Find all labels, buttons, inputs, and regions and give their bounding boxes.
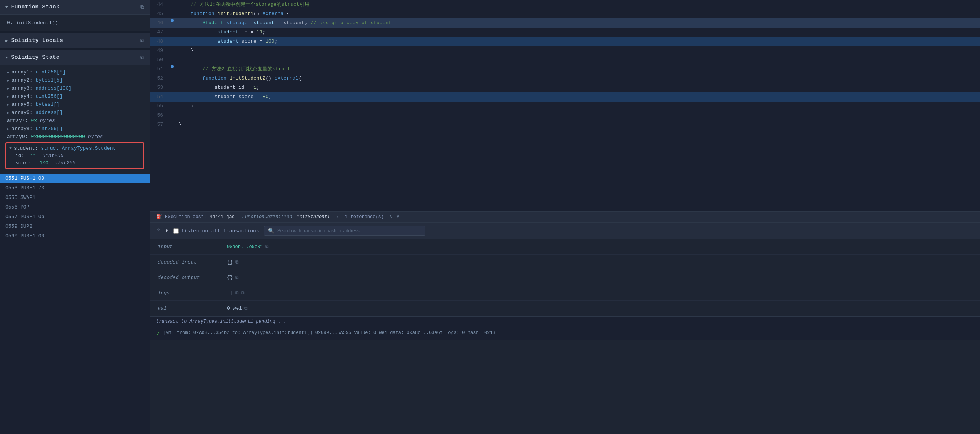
state-array5[interactable]: ▶ array5: bytes1[] [5,100,144,108]
tx-key-decoded-output: decoded output [158,275,227,280]
code-48: _student.score = 100; [175,37,980,46]
opcodes-list: 0551 PUSH1 00 0553 PUSH1 73 0555 SWAP1 0… [0,174,150,434]
solidity-state-header[interactable]: ▼ Solidity State ⧉ [0,50,150,65]
pending-text: transact to ArrayTypes.initStudent1 pend… [156,319,286,324]
listen-checkbox-container[interactable]: listen on all transactions [173,228,259,234]
function-stack-copy-icon[interactable]: ⧉ [140,4,144,10]
opcode-3[interactable]: 0556 POP [0,202,150,212]
state-array2[interactable]: ▶ array2: bytes1[5] [5,76,144,84]
check-icon: ✓ [156,330,160,337]
array3-key: array3: [12,85,35,91]
func-name: initStudent1 [297,214,330,220]
opcode-2[interactable]: 0555 SWAP1 [0,193,150,202]
code-53: student.id = 1; [175,83,980,92]
logs-val: [] [227,290,233,296]
student-struct-header[interactable]: ▼ student: struct ArrayTypes.Student [9,145,140,152]
array6-arrow: ▶ [7,110,9,115]
solidity-locals-header[interactable]: ▶ Solidity Locals ⧉ [0,33,150,48]
code-45: function initStudent1() external{ [175,10,980,18]
code-47: _student.id = 11; [175,28,980,37]
code-line-53: 53 student.id = 1; [150,83,980,92]
array9-key: array9: [7,134,31,140]
opcode-6[interactable]: 0560 PUSH1 00 [0,231,150,241]
tx-key-logs: logs [158,290,227,296]
decoded-input-copy[interactable]: ⧉ [235,260,239,265]
opcode-1[interactable]: 0553 PUSH1 73 [0,183,150,193]
state-array8[interactable]: ▶ array8: uint256[] [5,125,144,133]
solidity-state-copy-icon[interactable]: ⧉ [140,55,144,61]
array9-type: bytes [88,134,103,140]
val-amount: 0 wei [227,305,242,311]
array1-key: array1: [12,69,35,75]
line-num-46: 46 [150,19,169,27]
score-type: uint256 [54,160,75,166]
exec-cost-label: Execution cost: [165,214,207,220]
array7-value: 0x [31,118,40,124]
solidity-locals-arrow: ▶ [5,38,8,43]
code-49: } [175,47,980,55]
solidity-state-title: Solidity State [11,54,140,61]
gas-icon: ⛽ [156,214,162,220]
input-copy-btn[interactable]: ⧉ [265,244,269,250]
line-num-44: 44 [150,0,169,9]
ref-label: 1 reference(s) [345,214,384,220]
opcode-4[interactable]: 0557 PUSH1 0b [0,212,150,222]
down-arrow[interactable]: ∨ [397,214,399,220]
code-editor[interactable]: 44 // 方法1:在函数中创建一个storage的struct引用 45 fu… [150,0,980,211]
student-key: student: [14,145,41,151]
function-stack-title: Function Stack [11,4,140,10]
array2-type: bytes1[5] [35,77,62,83]
logs-copy-1[interactable]: ⧉ [235,290,239,296]
tx-details: input 0xaob...o5e01 ⧉ decoded input {} ⧉… [150,239,980,316]
score-key: score: [15,160,37,166]
state-array6[interactable]: ▶ array6: address[] [5,108,144,117]
array5-key: array5: [12,102,35,107]
code-line-47: 47 _student.id = 11; [150,28,980,37]
listen-label: listen on all transactions [181,228,259,234]
line-num-48: 48 [150,37,169,46]
log-bar: transact to ArrayTypes.initStudent1 pend… [150,316,980,327]
search-bar[interactable]: 🔍 [264,226,425,236]
logs-copy-2[interactable]: ⧉ [241,290,245,296]
tx-row-decoded-input: decoded input {} ⧉ [150,255,980,270]
line-num-47: 47 [150,28,169,37]
array4-type: uint256[] [35,93,62,99]
function-stack-content: 0: initStudent1() [0,15,150,31]
array4-arrow: ▶ [7,94,9,99]
array8-key: array8: [12,126,35,132]
code-51: // 方法2:直接引用状态变量的struct [175,65,980,73]
up-arrow[interactable]: ∧ [389,214,392,220]
listen-checkbox[interactable] [173,228,179,234]
line-num-57: 57 [150,120,169,129]
share-icon[interactable]: ↗ [336,214,339,220]
student-id-field: id: 11 uint256 [9,152,140,159]
search-input[interactable] [277,228,421,234]
code-line-57: 57 } [150,120,980,129]
state-array3[interactable]: ▶ array3: address[100] [5,84,144,92]
student-arrow: ▼ [9,146,12,150]
array2-arrow: ▶ [7,78,9,83]
tx-row-input: input 0xaob...o5e01 ⧉ [150,239,980,255]
id-type: uint256 [42,153,63,159]
code-line-49: 49 } [150,46,980,55]
array5-type: bytes1[] [35,102,59,107]
opcode-0[interactable]: 0551 PUSH1 00 [0,174,150,183]
code-57: } [175,120,980,129]
dot-51 [169,65,175,68]
solidity-locals-copy-icon[interactable]: ⧉ [140,38,144,44]
decoded-input-val: {} [227,259,233,265]
clock-icon: ⏱ [156,228,161,234]
right-panel: 44 // 方法1:在函数中创建一个storage的struct引用 45 fu… [150,0,980,434]
array9-value: 0x0000000000000000 [31,134,88,140]
code-line-44: 44 // 方法1:在函数中创建一个storage的struct引用 [150,0,980,9]
val-copy[interactable]: ⧉ [244,306,248,311]
score-value: 100 [39,160,51,166]
decoded-output-copy[interactable]: ⧉ [235,275,239,280]
tx-panel: ⏱ 0 listen on all transactions 🔍 input 0… [150,222,980,434]
function-stack-header[interactable]: ▼ Function Stack ⧉ [0,0,150,15]
tx-row-decoded-output: decoded output {} ⧉ [150,270,980,285]
state-array1[interactable]: ▶ array1: uint256[8] [5,68,144,76]
opcode-5[interactable]: 0559 DUP2 [0,222,150,231]
array4-key: array4: [12,93,35,99]
state-array4[interactable]: ▶ array4: uint256[] [5,92,144,100]
